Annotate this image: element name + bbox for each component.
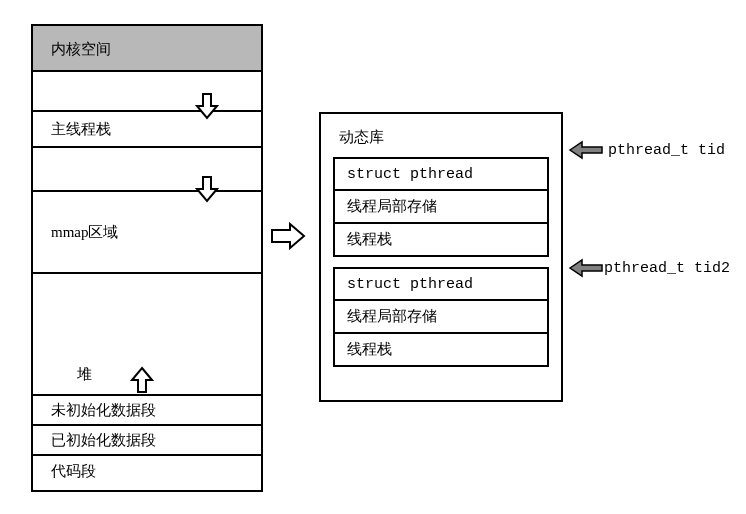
tid1-label: pthread_t tid (608, 142, 725, 159)
thread1-struct-row: struct pthread (335, 159, 547, 191)
heap-label: 堆 (77, 365, 92, 384)
thread-block-2: struct pthread 线程局部存储 线程栈 (333, 267, 549, 367)
dynamic-lib-label: 动态库 (339, 129, 384, 145)
dynamic-library-box: 动态库 struct pthread 线程局部存储 线程栈 struct pth… (319, 112, 563, 402)
thread-block-1: struct pthread 线程局部存储 线程栈 (333, 157, 549, 257)
tid2-label: pthread_t tid2 (604, 260, 730, 277)
text-label: 代码段 (51, 462, 96, 481)
bss-label: 未初始化数据段 (51, 401, 156, 420)
arrow-left-icon (568, 258, 604, 278)
main-thread-stack-row: 主线程栈 (33, 112, 261, 148)
thread2-struct-row: struct pthread (335, 269, 547, 301)
thread1-tls-row: 线程局部存储 (335, 191, 547, 224)
thread2-stack-row: 线程栈 (335, 334, 547, 365)
bss-row: 未初始化数据段 (33, 396, 261, 426)
thread2-tls-label: 线程局部存储 (347, 308, 437, 324)
arrow-down-icon (195, 175, 219, 203)
thread2-struct-label: struct pthread (347, 276, 473, 293)
thread1-tls-label: 线程局部存储 (347, 198, 437, 214)
thread1-stack-row: 线程栈 (335, 224, 547, 255)
arrow-left-icon (568, 140, 604, 160)
arrow-down-icon (195, 92, 219, 120)
kernel-gap (33, 72, 261, 112)
dynamic-lib-title: 动态库 (333, 124, 549, 157)
blank-row (33, 148, 261, 192)
text-row: 代码段 (33, 456, 261, 486)
kernel-space-header: 内核空间 (33, 26, 261, 72)
data-label: 已初始化数据段 (51, 431, 156, 450)
data-row: 已初始化数据段 (33, 426, 261, 456)
mmap-region-label: mmap区域 (51, 223, 119, 242)
thread2-stack-label: 线程栈 (347, 341, 392, 357)
process-memory-layout: 内核空间 主线程栈 mmap区域 堆 未初始化数据段 已初始化数据段 代码段 (31, 24, 263, 492)
arrow-up-icon (130, 366, 154, 394)
arrow-right-icon (270, 222, 306, 250)
main-thread-stack-label: 主线程栈 (51, 120, 111, 139)
thread1-stack-label: 线程栈 (347, 231, 392, 247)
mmap-region-row: mmap区域 (33, 192, 261, 274)
kernel-space-label: 内核空间 (51, 41, 111, 57)
thread1-struct-label: struct pthread (347, 166, 473, 183)
thread2-tls-row: 线程局部存储 (335, 301, 547, 334)
